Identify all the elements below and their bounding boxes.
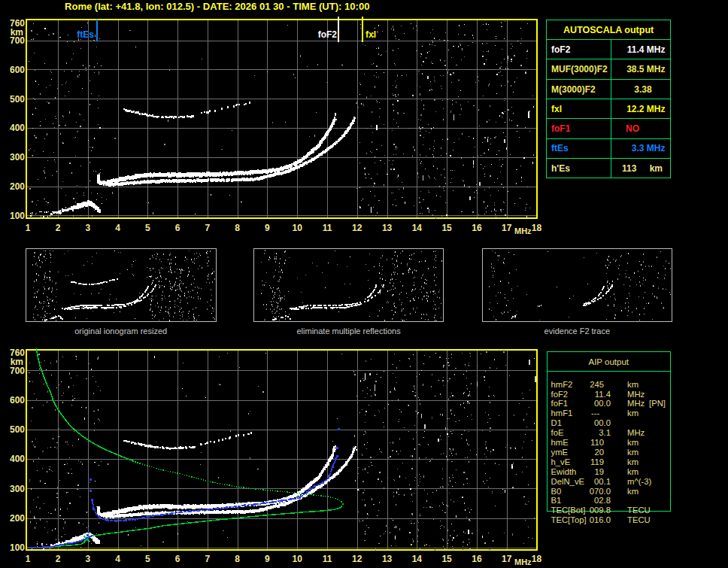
svg-text:200: 200 [10, 513, 25, 524]
svg-text:ftEs: ftEs [551, 143, 569, 153]
svg-text:070.0: 070.0 [590, 487, 611, 496]
svg-text:hmF2: hmF2 [551, 380, 573, 389]
svg-text:km: km [11, 27, 23, 38]
svg-text:00.0: 00.0 [594, 418, 611, 427]
svg-text:00.1: 00.1 [594, 477, 611, 486]
svg-text:16: 16 [472, 554, 482, 564]
svg-text:11.4 MHz: 11.4 MHz [627, 44, 666, 55]
svg-text:100: 100 [10, 542, 25, 553]
svg-text:300: 300 [10, 484, 25, 494]
svg-text:TECU: TECU [627, 506, 651, 515]
svg-text:14: 14 [412, 554, 423, 564]
svg-text:00.0: 00.0 [594, 399, 611, 408]
svg-text:foF2: foF2 [551, 390, 569, 399]
svg-text:foF1: foF1 [551, 123, 571, 134]
svg-text:12: 12 [352, 554, 362, 564]
svg-text:10: 10 [293, 554, 303, 564]
svg-text:5: 5 [145, 554, 150, 564]
svg-text:13: 13 [382, 554, 393, 564]
svg-text:D1: D1 [551, 418, 562, 427]
svg-text:17: 17 [502, 554, 512, 564]
svg-text:38.5 MHz: 38.5 MHz [626, 64, 665, 74]
svg-text:m^(-3): m^(-3) [627, 477, 652, 486]
svg-text:18: 18 [532, 554, 542, 564]
svg-text:B1: B1 [551, 496, 562, 505]
svg-text:6: 6 [175, 223, 180, 233]
svg-text:4: 4 [115, 554, 120, 564]
svg-text:9: 9 [265, 554, 270, 564]
svg-text:AIP output: AIP output [589, 357, 629, 366]
svg-text:---: --- [591, 409, 600, 418]
svg-text:[PN]: [PN] [649, 399, 666, 408]
svg-text:km: km [650, 163, 663, 174]
svg-text:ftEs: ftEs [77, 29, 94, 40]
svg-text:MUF(3000)F2: MUF(3000)F2 [551, 64, 608, 74]
svg-text:MHz: MHz [627, 428, 645, 437]
svg-text:11: 11 [323, 223, 332, 233]
svg-text:fxl: fxl [551, 104, 562, 114]
svg-text:h'Es: h'Es [551, 163, 570, 174]
svg-text:9: 9 [265, 223, 270, 233]
svg-text:3: 3 [85, 223, 90, 233]
svg-text:2: 2 [56, 223, 61, 233]
svg-text:245: 245 [590, 380, 604, 389]
svg-text:7: 7 [205, 554, 211, 564]
svg-text:8: 8 [235, 223, 240, 233]
svg-text:17: 17 [502, 223, 512, 233]
svg-text:3.38: 3.38 [634, 84, 652, 95]
svg-text:300: 300 [10, 152, 25, 163]
svg-text:evidence F2 trace: evidence F2 trace [544, 327, 610, 336]
svg-text:119: 119 [590, 457, 604, 466]
svg-text:M(3000)F2: M(3000)F2 [551, 84, 596, 95]
svg-text:14: 14 [412, 223, 423, 233]
svg-text:02.8: 02.8 [594, 496, 611, 505]
svg-text:3.1: 3.1 [599, 428, 611, 437]
svg-text:11.4: 11.4 [595, 390, 611, 399]
svg-text:7: 7 [205, 223, 211, 233]
svg-text:hmF1: hmF1 [551, 409, 573, 418]
svg-text:600: 600 [10, 395, 25, 405]
svg-text:10: 10 [293, 223, 303, 233]
svg-text:12: 12 [352, 223, 362, 233]
svg-text:1: 1 [26, 223, 31, 233]
svg-text:600: 600 [10, 65, 25, 75]
svg-text:TEC[Bot]: TEC[Bot] [551, 506, 586, 515]
svg-text:400: 400 [10, 454, 25, 464]
svg-text:foF1: foF1 [551, 399, 569, 408]
svg-text:km: km [627, 467, 639, 476]
svg-text:km: km [11, 357, 23, 367]
svg-text:h_vE: h_vE [551, 457, 571, 466]
svg-text:016.0: 016.0 [590, 515, 611, 524]
svg-text:500: 500 [10, 94, 25, 105]
svg-text:TECU: TECU [627, 515, 651, 524]
svg-text:km: km [627, 409, 639, 418]
svg-text:hmE: hmE [551, 438, 569, 447]
svg-text:km: km [627, 457, 639, 466]
svg-text:foF2: foF2 [551, 44, 571, 55]
svg-text:19: 19 [594, 467, 604, 476]
svg-text:200: 200 [10, 181, 25, 192]
svg-text:15: 15 [441, 554, 452, 564]
svg-text:km: km [627, 438, 639, 447]
svg-text:6: 6 [175, 554, 180, 564]
svg-text:400: 400 [10, 123, 25, 133]
svg-text:Rome (lat: +41.8, lon: 012.5): Rome (lat: +41.8, lon: 012.5) - DATE: 20… [65, 1, 369, 12]
svg-text:foF2: foF2 [318, 29, 338, 40]
svg-text:18: 18 [532, 223, 542, 233]
svg-text:original ionogram resized: original ionogram resized [74, 327, 167, 336]
svg-text:009.8: 009.8 [590, 506, 611, 515]
svg-text:ymE: ymE [551, 448, 569, 457]
svg-text:5: 5 [145, 223, 150, 233]
svg-text:15: 15 [441, 223, 452, 233]
svg-text:fxl: fxl [366, 29, 376, 40]
svg-text:km: km [627, 487, 639, 496]
svg-text:2: 2 [56, 554, 61, 564]
svg-text:12.2 MHz: 12.2 MHz [626, 104, 665, 114]
svg-text:100: 100 [10, 211, 25, 221]
svg-text:3.3 MHz: 3.3 MHz [632, 143, 666, 153]
svg-text:13: 13 [382, 223, 393, 233]
svg-text:MHz: MHz [627, 390, 645, 399]
svg-text:16: 16 [472, 223, 482, 233]
svg-text:eliminate multiple reflections: eliminate multiple reflections [297, 327, 402, 336]
svg-text:11: 11 [323, 554, 332, 564]
